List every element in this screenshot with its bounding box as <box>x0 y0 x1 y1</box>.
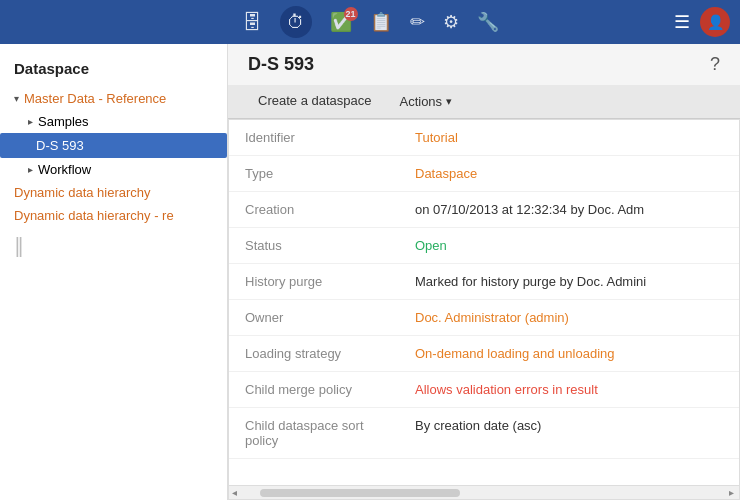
nav-database-icon[interactable]: 🗄 <box>242 11 262 34</box>
chevron-right-workflow-icon: ▸ <box>28 164 33 175</box>
sidebar-collapse-icon[interactable]: ‖ <box>14 233 24 257</box>
sidebar-item-workflow[interactable]: ▸ Workflow <box>0 158 227 181</box>
field-label-loading-strategy: Loading strategy <box>229 336 399 372</box>
sidebar-link-dynamic2[interactable]: Dynamic data hierarchy - re <box>0 204 227 227</box>
table-row: Loading strategy On-demand loading and u… <box>229 336 739 372</box>
field-value-creation: on 07/10/2013 at 12:32:34 by Doc. Adm <box>399 192 739 228</box>
sidebar-link-dynamic1[interactable]: Dynamic data hierarchy <box>0 181 227 204</box>
field-value-child-sort-policy: By creation date (asc) <box>399 408 739 459</box>
avatar[interactable]: 👤 <box>700 7 730 37</box>
field-label-child-sort-policy: Child dataspace sort policy <box>229 408 399 459</box>
field-label-identifier: Identifier <box>229 120 399 156</box>
field-label-creation: Creation <box>229 192 399 228</box>
sidebar-item-samples-label: Samples <box>38 114 89 129</box>
field-value-identifier: Tutorial <box>399 120 739 156</box>
table-row: Child merge policy Allows validation err… <box>229 372 739 408</box>
table-row: Identifier Tutorial <box>229 120 739 156</box>
detail-scroll[interactable]: Identifier Tutorial Type Dataspace <box>229 120 739 485</box>
field-value-loading-strategy: On-demand loading and unloading <box>399 336 739 372</box>
sidebar-item-ds593-label: D-S 593 <box>36 138 84 153</box>
scroll-right-arrow[interactable]: ▸ <box>726 487 737 498</box>
scrollbar-thumb[interactable] <box>260 489 460 497</box>
tab-bar: Create a dataspace Actions ▾ <box>228 85 740 119</box>
field-label-child-merge-policy: Child merge policy <box>229 372 399 408</box>
sidebar-item-samples[interactable]: ▸ Samples <box>0 110 227 133</box>
sidebar-item-workflow-label: Workflow <box>38 162 91 177</box>
nav-layers-icon[interactable]: 📋 <box>370 11 392 33</box>
nav-wrench-icon[interactable]: 🔧 <box>477 11 499 33</box>
sidebar-section-label: Master Data - Reference <box>24 91 166 106</box>
nav-list-icon[interactable]: ☰ <box>674 11 690 33</box>
content-header: D-S 593 ? <box>228 44 740 85</box>
field-label-status: Status <box>229 228 399 264</box>
page-title: D-S 593 <box>248 54 314 75</box>
table-row: Creation on 07/10/2013 at 12:32:34 by Do… <box>229 192 739 228</box>
chevron-down-actions-icon: ▾ <box>446 95 452 108</box>
field-value-child-merge-policy: Allows validation errors in result <box>399 372 739 408</box>
nav-settings-icon[interactable]: ⚙ <box>443 11 459 33</box>
sidebar: Dataspace ▾ Master Data - Reference ▸ Sa… <box>0 44 228 500</box>
sidebar-link-dynamic1-label: Dynamic data hierarchy <box>14 185 151 200</box>
tasks-badge: 21 <box>344 7 358 21</box>
field-value-type: Dataspace <box>399 156 739 192</box>
detail-table: Identifier Tutorial Type Dataspace <box>229 120 739 459</box>
field-value-history-purge: Marked for history purge by Doc. Admini <box>399 264 739 300</box>
table-row: Status Open <box>229 228 739 264</box>
chevron-down-icon: ▾ <box>14 93 19 104</box>
table-row: Child dataspace sort policy By creation … <box>229 408 739 459</box>
help-icon[interactable]: ? <box>710 54 720 75</box>
table-row: Owner Doc. Administrator (admin) <box>229 300 739 336</box>
scroll-left-arrow[interactable]: ◂ <box>229 487 240 498</box>
sidebar-link-dynamic2-label: Dynamic data hierarchy - re <box>14 208 174 223</box>
horizontal-scrollbar[interactable]: ◂ ▸ <box>229 485 739 499</box>
detail-panel: Identifier Tutorial Type Dataspace <box>228 119 740 500</box>
sidebar-item-ds593[interactable]: D-S 593 <box>0 133 227 158</box>
nav-edit-icon[interactable]: ✏ <box>410 11 425 33</box>
tab-create-dataspace[interactable]: Create a dataspace <box>244 85 385 118</box>
tab-actions[interactable]: Actions ▾ <box>385 86 466 117</box>
field-label-history-purge: History purge <box>229 264 399 300</box>
content-area: D-S 593 ? Create a dataspace Actions ▾ I… <box>228 44 740 500</box>
chevron-right-icon: ▸ <box>28 116 33 127</box>
field-label-type: Type <box>229 156 399 192</box>
table-row: Type Dataspace <box>229 156 739 192</box>
nav-tasks-icon[interactable]: ✅ 21 <box>330 11 352 33</box>
top-navbar: 🗄 ⏱ ✅ 21 📋 ✏ ⚙ 🔧 ☰ 👤 <box>0 0 740 44</box>
table-row: History purge Marked for history purge b… <box>229 264 739 300</box>
tab-actions-label: Actions <box>399 94 442 109</box>
field-value-owner: Doc. Administrator (admin) <box>399 300 739 336</box>
sidebar-title: Dataspace <box>0 52 227 87</box>
field-value-status: Open <box>399 228 739 264</box>
nav-clock-icon[interactable]: ⏱ <box>280 6 312 38</box>
field-label-owner: Owner <box>229 300 399 336</box>
sidebar-section-master-data[interactable]: ▾ Master Data - Reference <box>0 87 227 110</box>
